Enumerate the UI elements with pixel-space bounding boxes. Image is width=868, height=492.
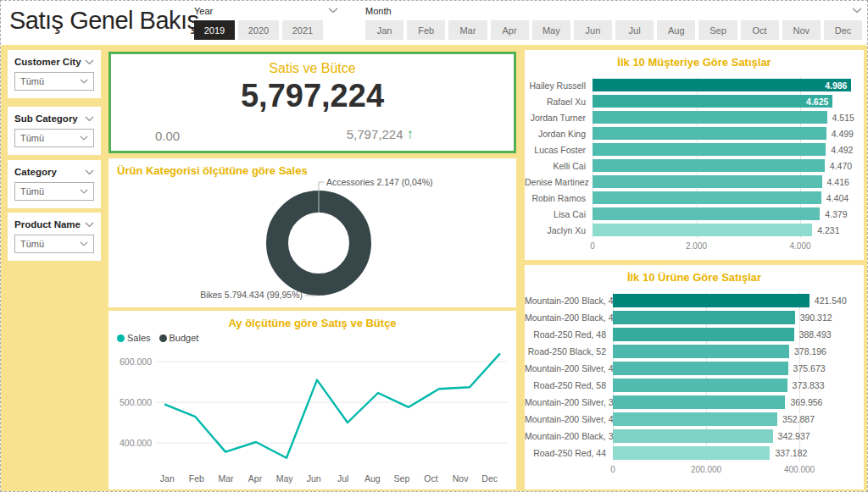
bar-category-label: Lucas Foster xyxy=(525,145,586,155)
year-button-2020[interactable]: 2020 xyxy=(238,20,279,40)
month-button-feb[interactable]: Feb xyxy=(407,20,445,40)
month-button-aug[interactable]: Aug xyxy=(657,20,695,40)
bar-row: Robin Ramos4.404 xyxy=(593,190,855,206)
bar-row: Mountain-200 Black, 42390.312 xyxy=(613,309,855,326)
filter-value: Tümü xyxy=(20,186,44,196)
line-series-sales[interactable] xyxy=(164,353,500,457)
bar-row: Hailey Russell4.986 xyxy=(593,77,855,93)
month-button-may[interactable]: May xyxy=(532,20,570,40)
chevron-down-icon[interactable] xyxy=(85,116,94,122)
year-button-2021[interactable]: 2021 xyxy=(282,20,323,40)
bar-value-label: 4.515 xyxy=(832,113,854,123)
bar-category-label: Hailey Russell xyxy=(525,80,586,91)
x-axis-tick: May xyxy=(270,473,299,484)
bar-robin-ramos[interactable] xyxy=(593,191,821,204)
bar-jordan-turner[interactable] xyxy=(593,111,827,124)
month-button-group: JanFebMarAprMayJunJulAugSepOctNovDec xyxy=(365,20,862,40)
bar-value-label: 352.887 xyxy=(782,414,815,424)
month-button-jun[interactable]: Jun xyxy=(574,20,612,40)
kpi-sales-number: 5,797,224 xyxy=(347,127,403,141)
chevron-down-icon[interactable] xyxy=(85,222,94,228)
legend-item-sales[interactable]: Sales xyxy=(117,333,151,343)
x-axis-tick: Aug xyxy=(358,473,387,484)
month-button-jan[interactable]: Jan xyxy=(365,20,403,40)
bar-mountain-200-silver-38[interactable] xyxy=(613,395,785,409)
donut-chart[interactable]: Accessories 2.147 (0,04%) Bikes 5.794.43… xyxy=(115,177,509,302)
year-button-2019[interactable]: 2019 xyxy=(194,20,235,40)
month-button-dec[interactable]: Dec xyxy=(824,20,862,40)
chevron-down-icon[interactable] xyxy=(852,8,862,14)
filter-dropdown-category[interactable]: Tümü xyxy=(14,182,94,201)
bar-category-label: Mountain-200 Black, 42 xyxy=(525,312,606,323)
chevron-down-icon xyxy=(80,79,88,84)
month-button-apr[interactable]: Apr xyxy=(491,20,529,40)
filter-label-category: Category xyxy=(14,167,57,177)
bar-mountain-200-silver-42[interactable] xyxy=(613,412,777,426)
bar-mountain-200-black-38[interactable] xyxy=(613,429,773,443)
kpi-value: 5,797,224 xyxy=(111,78,514,114)
filter-value: Tümü xyxy=(20,76,44,86)
bar-rafael-xu[interactable]: 4.625 xyxy=(593,95,832,108)
filter-dropdown-product-name[interactable]: Tümü xyxy=(14,235,94,253)
bar-denise-martinez[interactable] xyxy=(593,175,822,188)
filter-label-sub-category: Sub Category xyxy=(14,113,78,124)
month-button-mar[interactable]: Mar xyxy=(448,20,487,40)
bar-row: Mountain-200 Black, 46421.540 xyxy=(613,292,855,309)
filter-card-category: CategoryTümü xyxy=(8,160,101,208)
up-arrow-icon: ↑ xyxy=(407,126,415,142)
bar-row: Road-250 Red, 58373.833 xyxy=(613,377,855,394)
bar-row: Mountain-200 Silver, 42352.887 xyxy=(613,411,855,428)
x-axis-tick: Mar xyxy=(211,473,241,484)
bar-value-label: 4.404 xyxy=(826,193,849,203)
chevron-down-icon[interactable] xyxy=(328,8,338,14)
line-chart-card: Ay ölçütüne göre Satış ve Bütçe SalesBud… xyxy=(108,311,516,489)
x-axis-tick: 2.000 xyxy=(686,241,707,251)
kpi-card-sales-vs-budget: Satis ve Bütce 5,797,224 0.00 5,797,224↑ xyxy=(108,52,516,153)
line-chart[interactable]: 600.000500.000400.000 xyxy=(115,345,509,473)
top-products-title: İlk 10 Ürüne Göre Satışlar xyxy=(525,265,864,284)
bar-value-label: 375.673 xyxy=(793,363,826,373)
bar-jaclyn-xu[interactable] xyxy=(593,224,812,236)
bar-mountain-200-silver-46[interactable] xyxy=(613,362,788,375)
bar-lisa-cai[interactable] xyxy=(593,207,820,220)
month-button-nov[interactable]: Nov xyxy=(782,20,821,40)
bar-category-label: Lisa Cai xyxy=(525,209,586,219)
bar-row: Mountain-200 Silver, 38369.956 xyxy=(613,394,855,411)
month-button-sep[interactable]: Sep xyxy=(698,20,737,40)
month-button-jul[interactable]: Jul xyxy=(615,20,654,40)
bar-row: Road-250 Red, 48388.493 xyxy=(613,326,855,343)
bar-hailey-russell[interactable]: 4.986 xyxy=(593,79,851,91)
bar-jordan-king[interactable] xyxy=(593,127,826,140)
bar-value-label: 4.379 xyxy=(825,209,847,219)
bar-road-250-red-58[interactable] xyxy=(613,379,787,392)
x-axis-tick: 200.000 xyxy=(691,465,721,474)
chevron-down-icon[interactable] xyxy=(85,169,94,175)
bar-category-label: Mountain-200 Silver, 46 xyxy=(525,363,606,373)
y-axis-tick: 400.000 xyxy=(120,438,152,448)
accessories-callout: Accessories 2.147 (0,04%) xyxy=(326,177,432,187)
bar-lucas-foster[interactable] xyxy=(593,143,826,156)
bar-road-250-black-52[interactable] xyxy=(613,345,789,358)
legend-item-budget[interactable]: Budget xyxy=(159,333,199,343)
bar-road-250-red-48[interactable] xyxy=(613,328,794,341)
filter-value: Tümü xyxy=(20,133,44,143)
bar-mountain-200-black-46[interactable] xyxy=(613,294,810,307)
chevron-down-icon[interactable] xyxy=(85,59,94,65)
donut-ring-bikes[interactable] xyxy=(277,202,360,285)
bar-category-label: Denise Martinez xyxy=(525,177,586,187)
filter-card-sub-category: Sub CategoryTümü xyxy=(8,107,101,155)
bar-road-250-red-44[interactable] xyxy=(613,446,770,460)
bar-row: Jordan King4.499 xyxy=(593,125,855,141)
month-button-oct[interactable]: Oct xyxy=(741,20,779,40)
bar-mountain-200-black-42[interactable] xyxy=(613,311,795,324)
bar-kelli-cai[interactable] xyxy=(593,159,825,172)
bar-row: Jaclyn Xu4.231 xyxy=(593,222,855,238)
legend-dot-icon xyxy=(117,334,125,342)
top-products-plot: Mountain-200 Black, 46421.540Mountain-20… xyxy=(613,292,855,462)
bar-category-label: Kelli Cai xyxy=(525,161,586,171)
bar-category-label: Road-250 Black, 52 xyxy=(525,346,606,357)
bar-category-label: Jordan King xyxy=(525,129,586,139)
legend-label: Sales xyxy=(127,333,151,343)
filter-dropdown-customer-city[interactable]: Tümü xyxy=(14,72,94,91)
filter-dropdown-sub-category[interactable]: Tümü xyxy=(14,129,94,147)
